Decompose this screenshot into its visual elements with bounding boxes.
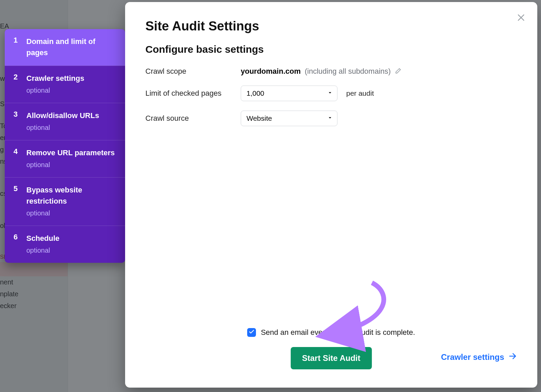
chevron-down-icon	[327, 114, 333, 122]
email-notify-checkbox[interactable]	[247, 328, 256, 337]
crawl-scope-label: Crawl scope	[145, 67, 241, 76]
crawl-source-row: Crawl source Website	[145, 111, 517, 126]
crawl-source-value: Website	[246, 114, 272, 122]
crawl-scope-row: Crawl scope yourdomain.com (including al…	[145, 67, 517, 76]
wizard-step-5[interactable]: 5 Bypass website restrictionsoptional	[5, 177, 125, 226]
wizard-steps: 1 Domain and limit of pages 2 Crawler se…	[5, 29, 125, 263]
email-notify-label: Send an email every time an audit is com…	[261, 328, 415, 337]
chevron-down-icon	[327, 89, 333, 97]
site-audit-settings-modal: Site Audit Settings Configure basic sett…	[125, 2, 537, 388]
modal-subtitle: Configure basic settings	[145, 44, 517, 55]
limit-pages-row: Limit of checked pages 1,000 per audit	[145, 86, 517, 101]
optional-label: optional	[26, 245, 60, 255]
wizard-step-3[interactable]: 3 Allow/disallow URLsoptional	[5, 103, 125, 140]
modal-footer: Send an email every time an audit is com…	[145, 328, 517, 369]
close-icon	[516, 13, 526, 24]
crawl-source-label: Crawl source	[145, 114, 241, 123]
optional-label: optional	[26, 122, 99, 133]
check-icon	[249, 328, 255, 337]
email-notify-row: Send an email every time an audit is com…	[145, 328, 517, 337]
crawl-source-select[interactable]: Website	[241, 111, 337, 126]
start-site-audit-button[interactable]: Start Site Audit	[290, 347, 372, 369]
pencil-icon[interactable]	[395, 67, 402, 76]
arrow-right-icon	[508, 352, 517, 363]
crawler-settings-link-label: Crawler settings	[441, 352, 504, 362]
wizard-step-1[interactable]: 1 Domain and limit of pages	[5, 29, 125, 66]
limit-pages-suffix: per audit	[346, 89, 374, 97]
crawl-scope-domain: yourdomain.com	[241, 67, 301, 76]
crawler-settings-link[interactable]: Crawler settings	[441, 352, 517, 363]
wizard-step-title: Schedule	[26, 234, 60, 243]
wizard-step-title: Domain and limit of pages	[26, 37, 95, 57]
wizard-step-2[interactable]: 2 Crawler settingsoptional	[5, 66, 125, 103]
wizard-step-title: Allow/disallow URLs	[26, 111, 99, 120]
wizard-step-4[interactable]: 4 Remove URL parametersoptional	[5, 140, 125, 177]
wizard-step-title: Bypass website restrictions	[26, 186, 82, 205]
optional-label: optional	[26, 85, 84, 95]
limit-pages-select[interactable]: 1,000	[241, 86, 337, 101]
crawl-scope-note: (including all subdomains)	[305, 67, 391, 76]
wizard-step-title: Remove URL parameters	[26, 148, 115, 157]
wizard-step-6[interactable]: 6 Scheduleoptional	[5, 226, 125, 263]
limit-pages-value: 1,000	[246, 89, 264, 97]
modal-title: Site Audit Settings	[145, 19, 517, 33]
optional-label: optional	[26, 208, 116, 218]
optional-label: optional	[26, 160, 115, 170]
limit-pages-label: Limit of checked pages	[145, 89, 241, 98]
close-button[interactable]	[514, 11, 528, 25]
wizard-step-title: Crawler settings	[26, 74, 84, 83]
